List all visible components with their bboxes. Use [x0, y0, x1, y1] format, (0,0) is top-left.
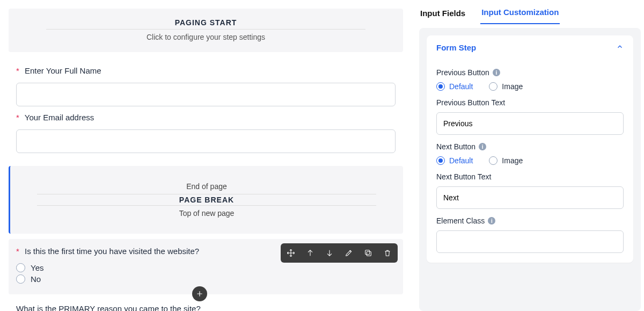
tab-input-fields[interactable]: Input Fields	[419, 2, 466, 24]
option-no[interactable]: No	[16, 274, 396, 284]
edit-icon[interactable]	[341, 245, 357, 261]
tab-input-customization[interactable]: Input Customization	[480, 1, 560, 24]
field-label: * Your Email address	[16, 113, 396, 122]
next-button-text-input[interactable]	[436, 186, 624, 209]
card-title: Form Step	[436, 43, 476, 52]
field-label: * Enter Your Full Name	[16, 66, 396, 75]
paging-start-block[interactable]: PAGING START Click to configure your ste…	[9, 9, 403, 52]
svg-rect-0	[367, 251, 371, 256]
info-icon[interactable]: i	[479, 143, 486, 150]
label-text: What is the PRIMARY reason you came to t…	[16, 304, 201, 311]
next-type-default[interactable]: Default	[436, 156, 473, 165]
page-break-start: Top of new page	[26, 207, 387, 220]
option-yes[interactable]: Yes	[16, 263, 396, 272]
option-label: Default	[449, 82, 473, 91]
form-canvas: PAGING START Click to configure your ste…	[0, 0, 416, 311]
radio-icon	[436, 156, 445, 165]
panel-body: Form Step Previous Button i Default	[419, 28, 641, 311]
previous-button-type: Default Image	[436, 82, 624, 91]
paging-start-title: PAGING START	[46, 18, 365, 30]
required-asterisk: *	[16, 66, 19, 75]
next-button-type: Default Image	[436, 156, 624, 165]
email-input[interactable]	[16, 129, 396, 153]
form-step-card: Form Step Previous Button i Default	[427, 35, 633, 263]
add-field-button[interactable]	[192, 286, 207, 301]
move-icon[interactable]	[283, 245, 299, 261]
svg-rect-1	[365, 250, 370, 255]
trash-icon[interactable]	[379, 245, 396, 261]
previous-button-label: Previous Button i	[436, 68, 624, 77]
field-toolbar	[281, 243, 398, 263]
option-label: Image	[502, 156, 523, 165]
arrow-down-icon[interactable]	[321, 245, 338, 261]
card-header[interactable]: Form Step	[427, 35, 633, 60]
selected-field-block[interactable]: * Is this the first time you have visite…	[9, 239, 403, 294]
field-full-name[interactable]: * Enter Your Full Name	[0, 65, 412, 112]
copy-icon[interactable]	[360, 245, 376, 261]
radio-icon	[16, 263, 25, 272]
next-button-label: Next Button i	[436, 142, 624, 151]
label-text: Your Email address	[25, 113, 94, 122]
option-label: No	[31, 274, 41, 284]
info-icon[interactable]: i	[493, 69, 500, 76]
required-asterisk: *	[16, 247, 19, 256]
full-name-input[interactable]	[16, 83, 396, 106]
element-class-input[interactable]	[436, 230, 624, 253]
prev-type-image[interactable]: Image	[489, 82, 523, 91]
element-class-label: Element Class i	[436, 216, 624, 225]
settings-panel: Input Fields Input Customization Form St…	[416, 0, 644, 311]
radio-icon	[489, 82, 497, 91]
label-text: Is this the first time you have visited …	[25, 247, 199, 256]
tab-bar: Input Fields Input Customization	[416, 0, 644, 25]
required-asterisk: *	[16, 113, 19, 122]
radio-icon	[489, 156, 497, 165]
paging-start-subtitle: Click to configure your step settings	[19, 33, 392, 41]
prev-type-default[interactable]: Default	[436, 82, 473, 91]
page-break-end: End of page	[26, 180, 387, 193]
previous-button-text-label: Previous Button Text	[436, 98, 624, 107]
arrow-up-icon[interactable]	[302, 245, 318, 261]
next-type-image[interactable]: Image	[489, 156, 523, 165]
info-icon[interactable]: i	[488, 217, 495, 225]
radio-icon	[16, 274, 25, 284]
option-label: Yes	[31, 263, 43, 272]
page-break-block[interactable]: End of page PAGE BREAK Top of new page	[9, 166, 403, 234]
option-label: Default	[449, 156, 473, 165]
radio-icon	[436, 82, 445, 91]
next-button-text-label: Next Button Text	[436, 172, 624, 181]
option-label: Image	[502, 82, 523, 91]
label-text: Enter Your Full Name	[25, 66, 101, 75]
chevron-up-icon	[616, 43, 624, 52]
previous-button-text-input[interactable]	[436, 112, 624, 135]
field-email[interactable]: * Your Email address	[0, 112, 412, 158]
page-break-title: PAGE BREAK	[37, 194, 376, 206]
